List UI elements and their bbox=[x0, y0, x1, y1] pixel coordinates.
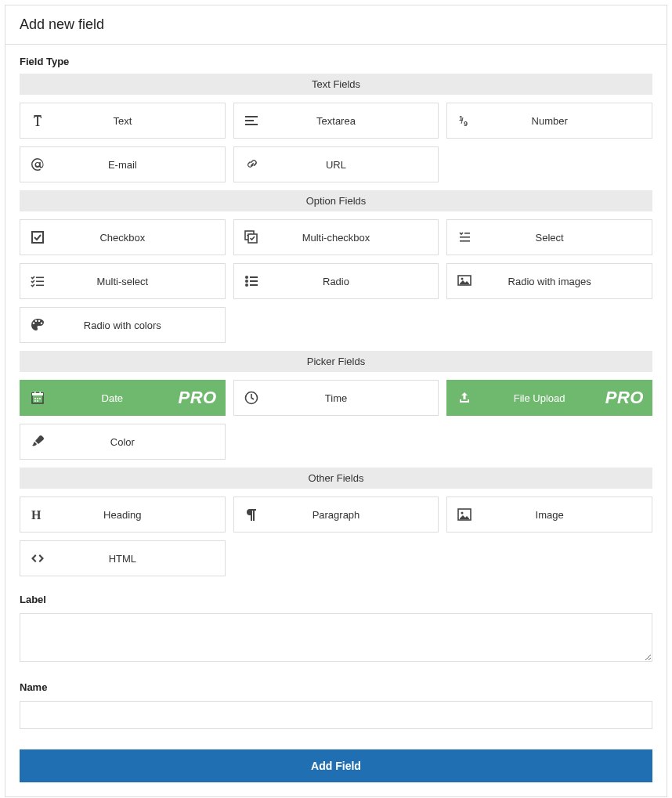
field-type-grid: DatePROTimeFile UploadPROColor bbox=[20, 380, 652, 460]
field-type-label: Select bbox=[482, 232, 652, 244]
field-type-label: URL bbox=[269, 159, 439, 171]
field-type-label: Multi-select bbox=[55, 276, 225, 287]
field-type-card-number[interactable]: Number bbox=[446, 103, 652, 139]
field-type-card-image[interactable]: Image bbox=[446, 496, 652, 533]
field-type-label: Textarea bbox=[269, 115, 439, 127]
paragraph-icon bbox=[234, 507, 269, 522]
field-type-card-paragraph[interactable]: Paragraph bbox=[233, 496, 439, 533]
link-icon bbox=[234, 157, 269, 172]
pro-badge: PRO bbox=[605, 388, 644, 408]
multi-checkbox-icon bbox=[234, 229, 269, 245]
field-type-card-select[interactable]: Select bbox=[446, 219, 652, 255]
field-type-card-date[interactable]: DatePRO bbox=[20, 380, 226, 416]
clock-icon bbox=[234, 390, 269, 406]
field-type-card-multi-checkbox[interactable]: Multi-checkbox bbox=[233, 219, 439, 255]
field-type-card-checkbox[interactable]: Checkbox bbox=[20, 219, 226, 255]
field-type-card-url[interactable]: URL bbox=[233, 146, 439, 182]
field-type-label: Radio with images bbox=[482, 276, 652, 287]
field-type-card-html[interactable]: HTML bbox=[20, 540, 226, 576]
field-type-card-file-upload[interactable]: File UploadPRO bbox=[446, 380, 652, 416]
heading-icon bbox=[20, 507, 55, 522]
image-icon bbox=[447, 507, 482, 522]
group-header: Other Fields bbox=[20, 468, 652, 489]
field-type-card-color[interactable]: Color bbox=[20, 424, 226, 460]
one-nine-icon bbox=[447, 113, 482, 128]
field-type-card-radio-with-colors[interactable]: Radio with colors bbox=[20, 307, 226, 343]
radio-list-icon bbox=[234, 273, 269, 289]
multi-select-icon bbox=[20, 273, 55, 289]
select-icon bbox=[447, 229, 482, 245]
calendar-icon bbox=[20, 390, 55, 406]
field-type-label: Image bbox=[482, 509, 652, 521]
field-type-card-heading[interactable]: Heading bbox=[20, 496, 226, 533]
group-header: Text Fields bbox=[20, 74, 652, 95]
image-radio-icon bbox=[447, 273, 482, 289]
at-icon bbox=[20, 157, 55, 172]
pro-badge: PRO bbox=[178, 388, 216, 408]
field-type-label: Text bbox=[55, 115, 225, 127]
field-type-label: Heading bbox=[55, 509, 225, 521]
label-input[interactable] bbox=[20, 613, 652, 662]
group-header: Option Fields bbox=[20, 190, 652, 211]
palette-icon bbox=[20, 317, 55, 333]
field-type-grid: HeadingParagraphImageHTML bbox=[20, 496, 652, 576]
field-type-label: Number bbox=[482, 115, 652, 127]
upload-icon bbox=[447, 390, 482, 406]
field-type-label: Paragraph bbox=[269, 509, 439, 521]
field-type-label: Field Type bbox=[20, 56, 652, 67]
checkbox-icon bbox=[20, 229, 55, 245]
field-type-card-text[interactable]: Text bbox=[20, 103, 226, 139]
field-type-label: Time bbox=[269, 392, 439, 404]
field-type-card-textarea[interactable]: Textarea bbox=[233, 103, 439, 139]
font-icon bbox=[20, 113, 55, 128]
panel-title: Add new field bbox=[5, 5, 667, 45]
add-field-panel: Add new field Field Type Text FieldsText… bbox=[5, 5, 667, 797]
name-field-label: Name bbox=[20, 681, 652, 693]
field-type-grid: TextTextareaNumberE-mailURL bbox=[20, 103, 652, 182]
field-type-label: Multi-checkbox bbox=[269, 232, 439, 244]
field-type-grid: CheckboxMulti-checkboxSelectMulti-select… bbox=[20, 219, 652, 343]
field-type-card-e-mail[interactable]: E-mail bbox=[20, 146, 226, 182]
field-type-card-radio-with-images[interactable]: Radio with images bbox=[446, 263, 652, 299]
field-type-label: Radio bbox=[269, 276, 439, 287]
field-type-card-radio[interactable]: Radio bbox=[233, 263, 439, 299]
field-type-label: E-mail bbox=[55, 159, 225, 171]
align-left-icon bbox=[234, 113, 269, 128]
field-type-label: Color bbox=[55, 436, 225, 448]
group-header: Picker Fields bbox=[20, 351, 652, 372]
field-type-label: Checkbox bbox=[55, 232, 225, 244]
name-input[interactable] bbox=[20, 701, 652, 729]
field-type-card-multi-select[interactable]: Multi-select bbox=[20, 263, 226, 299]
field-type-card-time[interactable]: Time bbox=[233, 380, 439, 416]
field-type-label: Radio with colors bbox=[55, 320, 225, 331]
label-field-label: Label bbox=[20, 594, 652, 605]
add-field-button[interactable]: Add Field bbox=[20, 749, 652, 782]
brush-icon bbox=[20, 434, 55, 450]
code-icon bbox=[20, 551, 55, 566]
field-type-label: HTML bbox=[55, 553, 225, 565]
